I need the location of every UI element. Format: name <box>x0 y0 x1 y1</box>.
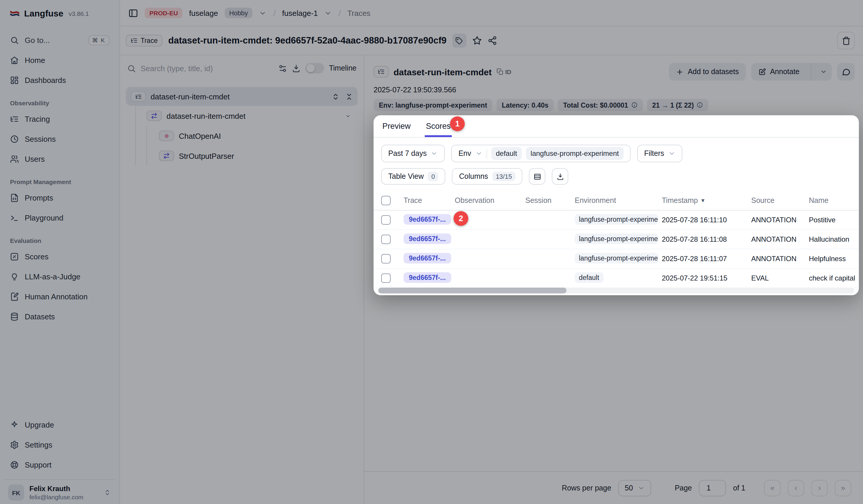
row-checkbox[interactable] <box>381 235 391 244</box>
env-filter-label: Env <box>459 149 471 158</box>
timestamp-cell: 2025-07-28 16:11:08 <box>662 235 751 243</box>
date-range-filter[interactable]: Past 7 days <box>381 145 445 162</box>
download-icon <box>556 173 564 180</box>
environment-pill: langfuse-prompt-experiment <box>575 233 658 244</box>
timestamp-cell: 2025-07-28 16:11:10 <box>662 216 751 224</box>
detail-tabs: Preview Scores <box>374 115 859 138</box>
trace-id-pill[interactable]: 9ed6657f-... <box>403 253 451 263</box>
env-filter-value-default: default <box>491 147 522 160</box>
filters-label: Filters <box>644 149 664 158</box>
score-row[interactable]: 9ed6657f-... langfuse-prompt-experiment … <box>374 249 859 269</box>
app-window: Langfuse v3.86.1 Go to... ⌘ K Home Dashb… <box>0 0 863 504</box>
filter-divider <box>487 149 487 158</box>
chevron-down-icon <box>668 150 675 157</box>
name-cell: Postitive <box>809 216 859 224</box>
row-height-button[interactable] <box>529 168 545 185</box>
name-cell: check if capital <box>809 274 859 282</box>
filters-button[interactable]: Filters <box>637 145 683 162</box>
table-view-button[interactable]: Table View 0 <box>381 168 446 185</box>
scrollbar-thumb[interactable] <box>378 288 566 293</box>
scores-card: Preview Scores Past 7 days Env default l… <box>374 115 859 295</box>
table-view-count: 0 <box>428 172 438 181</box>
name-cell: Hallucination <box>809 235 859 243</box>
scores-table-header: Trace Observation Session Environment Ti… <box>374 191 859 211</box>
col-timestamp[interactable]: Timestamp ▼ <box>662 196 751 204</box>
env-filter-value-experiment: langfuse-prompt-experiment <box>526 147 624 160</box>
select-all-checkbox[interactable] <box>381 196 391 205</box>
environment-pill: default <box>575 272 603 282</box>
tab-preview[interactable]: Preview <box>381 115 412 137</box>
col-source[interactable]: Source <box>751 196 809 204</box>
columns-button[interactable]: Columns 13/15 <box>452 168 523 185</box>
source-cell: ANNOTATION <box>751 216 809 224</box>
score-row[interactable]: 9ed6657f-... langfuse-prompt-experiment … <box>374 230 859 249</box>
col-observation[interactable]: Observation <box>455 196 525 204</box>
export-button[interactable] <box>552 168 568 185</box>
rows-icon <box>533 173 541 180</box>
col-name[interactable]: Name <box>809 196 859 204</box>
trace-id-pill[interactable]: 9ed6657f-... <box>403 272 451 282</box>
source-cell: EVAL <box>751 274 809 282</box>
table-view-label: Table View <box>388 172 424 180</box>
tour-step-2-badge: 2 <box>453 211 468 226</box>
scores-filter-row: Past 7 days Env default langfuse-prompt-… <box>381 145 851 162</box>
columns-label: Columns <box>459 172 488 180</box>
horizontal-scrollbar[interactable] <box>378 288 854 293</box>
trace-id-pill[interactable]: 9ed6657f-... <box>403 214 451 224</box>
environment-pill: langfuse-prompt-experiment <box>575 214 658 224</box>
chevron-down-icon <box>475 150 483 157</box>
chevron-down-icon <box>431 150 438 157</box>
timestamp-cell: 2025-07-28 16:11:07 <box>662 255 751 263</box>
env-filter[interactable]: Env default langfuse-prompt-experiment <box>451 145 630 162</box>
tab-scores[interactable]: Scores <box>425 115 452 137</box>
col-session[interactable]: Session <box>525 196 575 204</box>
date-range-value: Past 7 days <box>388 149 427 158</box>
score-row[interactable]: 9ed6657f-... default 2025-07-22 19:51:15… <box>374 269 859 288</box>
columns-count: 13/15 <box>492 172 515 181</box>
source-cell: ANNOTATION <box>751 255 809 263</box>
row-checkbox[interactable] <box>381 215 391 225</box>
row-checkbox[interactable] <box>381 254 391 263</box>
trace-id-pill[interactable]: 9ed6657f-... <box>403 233 451 244</box>
name-cell: Helpfulness <box>809 255 859 263</box>
timestamp-cell: 2025-07-22 19:51:15 <box>662 274 751 282</box>
row-checkbox[interactable] <box>381 274 391 283</box>
tour-step-1-badge: 1 <box>450 116 465 131</box>
source-cell: ANNOTATION <box>751 235 809 243</box>
scores-toolbar-row: Table View 0 Columns 13/15 <box>381 168 851 185</box>
score-row[interactable]: 9ed6657f-... langfuse-prompt-experiment … <box>374 211 859 230</box>
col-trace[interactable]: Trace <box>403 196 455 204</box>
col-environment[interactable]: Environment <box>575 196 662 204</box>
sort-desc-icon: ▼ <box>700 197 705 203</box>
environment-pill: langfuse-prompt-experiment <box>575 253 658 263</box>
